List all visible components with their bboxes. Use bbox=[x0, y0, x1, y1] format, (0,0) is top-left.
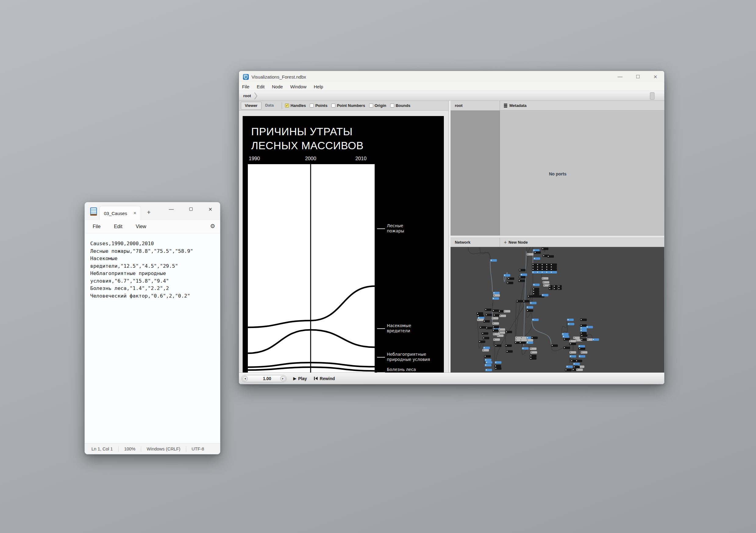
frame-decrement-button[interactable]: ◂ bbox=[242, 376, 248, 381]
network-node[interactable] bbox=[495, 365, 501, 367]
tab-viewer[interactable]: Viewer bbox=[241, 102, 261, 110]
network-node[interactable] bbox=[483, 346, 490, 349]
checkbox-point-numbers[interactable]: Point Numbers bbox=[331, 103, 365, 108]
network-node[interactable] bbox=[580, 324, 587, 327]
network-node[interactable] bbox=[569, 355, 576, 358]
network-node[interactable] bbox=[566, 366, 573, 368]
network-node[interactable] bbox=[485, 364, 491, 367]
network-node[interactable] bbox=[519, 269, 526, 271]
network-node[interactable] bbox=[499, 328, 505, 331]
network-node[interactable] bbox=[580, 318, 587, 321]
checkbox-points[interactable]: Points bbox=[310, 103, 327, 108]
network-node[interactable] bbox=[519, 342, 526, 344]
network-node[interactable] bbox=[503, 310, 510, 313]
notepad-tab[interactable]: 03_Causes × bbox=[99, 206, 141, 220]
network-node[interactable] bbox=[580, 329, 587, 332]
network-node[interactable] bbox=[542, 277, 549, 280]
network-node[interactable] bbox=[483, 337, 489, 339]
breadcrumb-scroll-stub[interactable] bbox=[650, 92, 655, 100]
play-button[interactable]: ▶ Play bbox=[293, 376, 307, 381]
network-node[interactable] bbox=[578, 345, 585, 347]
network-node[interactable] bbox=[586, 326, 593, 328]
checkbox-bounds[interactable]: Bounds bbox=[390, 103, 410, 108]
network-node[interactable] bbox=[490, 259, 497, 262]
network-node[interactable] bbox=[553, 288, 557, 290]
close-button[interactable]: ✕ bbox=[647, 74, 664, 80]
network-node[interactable] bbox=[505, 344, 512, 347]
network-node[interactable] bbox=[527, 253, 533, 256]
network-node[interactable] bbox=[530, 355, 536, 357]
network-node[interactable] bbox=[576, 360, 582, 362]
new-node-button[interactable]: + New Node bbox=[500, 240, 528, 245]
network-node[interactable] bbox=[485, 369, 492, 371]
network-node[interactable] bbox=[526, 310, 533, 312]
network-node[interactable] bbox=[484, 355, 491, 358]
network-node[interactable] bbox=[550, 271, 557, 273]
network-node[interactable] bbox=[493, 314, 500, 317]
network-node[interactable] bbox=[580, 327, 587, 329]
menu-item-edit[interactable]: Edit bbox=[257, 84, 265, 89]
checkbox-box[interactable] bbox=[331, 104, 335, 108]
network-node[interactable] bbox=[550, 266, 557, 268]
network-node[interactable] bbox=[558, 288, 562, 290]
network-node[interactable] bbox=[534, 251, 541, 254]
network-node[interactable] bbox=[485, 314, 492, 316]
menu-item-node[interactable]: Node bbox=[272, 84, 283, 89]
network-node[interactable] bbox=[530, 347, 536, 350]
network-node[interactable] bbox=[523, 300, 529, 302]
network-node[interactable] bbox=[573, 337, 580, 339]
network-node[interactable] bbox=[542, 294, 549, 296]
network-node[interactable] bbox=[549, 288, 553, 290]
network-node[interactable] bbox=[495, 367, 501, 370]
menu-item-edit[interactable]: Edit bbox=[112, 223, 124, 231]
network-node[interactable] bbox=[507, 282, 513, 284]
settings-gear-icon[interactable]: ⚙ bbox=[210, 223, 215, 230]
network-node[interactable] bbox=[568, 323, 574, 325]
checkbox-box[interactable] bbox=[390, 104, 394, 108]
network-node[interactable] bbox=[526, 306, 533, 309]
network-node[interactable] bbox=[522, 347, 528, 350]
network-node[interactable] bbox=[505, 331, 512, 333]
network-node[interactable] bbox=[479, 326, 486, 329]
checkbox-origin[interactable]: Origin bbox=[369, 103, 386, 108]
network-node[interactable] bbox=[493, 338, 500, 341]
network-node[interactable] bbox=[573, 363, 580, 365]
breadcrumb-root[interactable]: root bbox=[243, 93, 251, 98]
network-node[interactable] bbox=[486, 327, 492, 329]
network-node[interactable] bbox=[495, 361, 501, 364]
tab-data[interactable]: Data bbox=[261, 102, 277, 110]
menu-item-file[interactable]: File bbox=[91, 223, 102, 231]
maximize-button[interactable] bbox=[181, 207, 201, 212]
checkbox-box[interactable] bbox=[310, 104, 314, 108]
network-node[interactable] bbox=[526, 339, 533, 342]
network-node[interactable] bbox=[562, 333, 569, 335]
network-node[interactable] bbox=[573, 366, 580, 368]
network-node[interactable] bbox=[580, 332, 587, 334]
network-node[interactable] bbox=[495, 344, 501, 347]
network-node[interactable] bbox=[483, 320, 490, 322]
maximize-button[interactable] bbox=[629, 74, 647, 80]
network-node[interactable] bbox=[542, 248, 549, 250]
frame-increment-button[interactable]: ▸ bbox=[280, 376, 285, 381]
network-node[interactable] bbox=[581, 334, 587, 337]
network-node[interactable] bbox=[532, 318, 539, 321]
network-node[interactable] bbox=[550, 264, 557, 266]
network-node[interactable] bbox=[532, 293, 539, 295]
network-node[interactable] bbox=[479, 341, 485, 343]
network-node[interactable] bbox=[569, 343, 576, 345]
network-node[interactable] bbox=[485, 309, 491, 311]
rewind-button[interactable]: Rewind bbox=[314, 376, 335, 381]
network-node[interactable] bbox=[519, 276, 526, 278]
network-node[interactable] bbox=[520, 339, 526, 342]
network-node[interactable] bbox=[565, 369, 572, 371]
network-node[interactable] bbox=[547, 255, 554, 258]
network-node[interactable] bbox=[486, 361, 492, 364]
network-node[interactable] bbox=[497, 334, 503, 337]
menu-item-window[interactable]: Window bbox=[290, 84, 306, 89]
checkbox-handles[interactable]: ✓Handles bbox=[285, 103, 306, 108]
network-node[interactable] bbox=[476, 312, 483, 315]
network-node[interactable] bbox=[531, 337, 538, 339]
network-node[interactable] bbox=[493, 294, 500, 297]
network-node[interactable] bbox=[493, 292, 500, 294]
viewer-canvas[interactable]: ПРИЧИНЫ УТРАТЫЛЕСНЫХ МАССИВОВ 1990200020… bbox=[239, 111, 448, 373]
